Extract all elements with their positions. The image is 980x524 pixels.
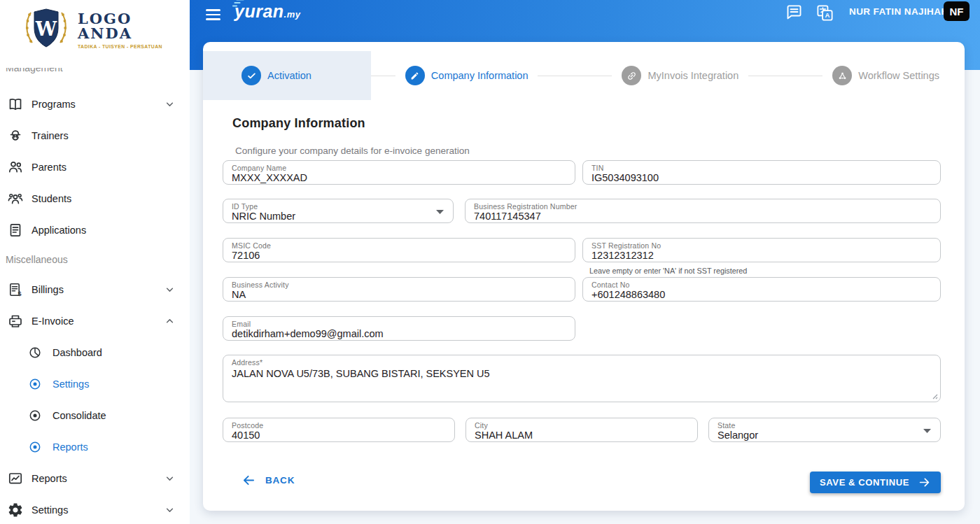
- dropdown-arrow-icon[interactable]: [923, 429, 931, 433]
- school-logo-emblem: W: [21, 6, 71, 52]
- msic-code-input[interactable]: MSIC Code 72106: [223, 238, 575, 262]
- page-title: Company Information: [232, 116, 365, 131]
- step-myinvois-integration[interactable]: MyInvois Integration: [622, 66, 738, 85]
- dropdown-arrow-icon[interactable]: [436, 210, 444, 214]
- document-icon: [7, 222, 24, 239]
- svg-text:$: $: [18, 290, 22, 297]
- page-subtitle: Configure your company details for e-inv…: [235, 146, 470, 156]
- logo-title-line1: LOGO: [78, 11, 162, 26]
- logo-title-line2: ANDA: [78, 26, 162, 41]
- einvoice-setup-card: Activation Company Information MyInvois …: [203, 42, 965, 511]
- menu-icon[interactable]: [201, 4, 225, 25]
- email-input[interactable]: Email detikdirham+demo99@gmail.com: [223, 316, 575, 341]
- sidebar-item-reports[interactable]: Reports: [0, 462, 190, 494]
- sidebar-item-einvoice-settings[interactable]: Settings: [0, 368, 190, 399]
- save-continue-button[interactable]: SAVE & CONTINUE: [810, 472, 941, 493]
- chevron-up-icon[interactable]: [164, 315, 176, 327]
- link-icon: [622, 66, 641, 85]
- gear-icon: [7, 502, 24, 518]
- chat-icon[interactable]: [785, 3, 804, 22]
- company-name-input[interactable]: Company Name MXXX_XXXXAD: [223, 160, 575, 185]
- sidebar: W LOGO ANDA TADIKA - TUISYEN - PERSATUAN…: [0, 0, 190, 524]
- city-input[interactable]: City SHAH ALAM: [465, 418, 698, 442]
- einvoice-printer-icon: [7, 313, 24, 330]
- sidebar-item-applications[interactable]: Applications: [0, 214, 190, 246]
- step-workflow-settings[interactable]: Workflow Settings: [832, 66, 939, 85]
- chevron-down-icon[interactable]: [164, 504, 176, 516]
- brand-speedlines-icon: [232, 0, 247, 8]
- workflow-hub-icon: [832, 66, 852, 85]
- sst-helper-text: Leave empty or enter 'NA' if not SST reg…: [589, 267, 747, 275]
- arrow-left-icon: [241, 473, 256, 488]
- chevron-down-icon[interactable]: [164, 98, 176, 110]
- radio-selected-icon: [28, 377, 42, 391]
- sidebar-item-programs[interactable]: Programs: [0, 88, 190, 120]
- radio-selected-icon: [28, 440, 42, 454]
- billing-invoice-icon: $: [7, 281, 24, 298]
- sidebar-item-einvoice[interactable]: E-Invoice: [0, 305, 190, 337]
- business-registration-number-input[interactable]: Business Registration Number 74011714534…: [465, 199, 941, 223]
- svg-text:A: A: [825, 11, 830, 19]
- sidebar-item-trainers[interactable]: Trainers: [0, 120, 190, 151]
- tin-input[interactable]: TIN IG5034093100: [582, 160, 941, 185]
- sidebar-item-students[interactable]: Students: [0, 183, 190, 214]
- app-brand-logo: yuran.my: [234, 1, 301, 22]
- contact-no-input[interactable]: Contact No +601248863480: [582, 277, 941, 302]
- book-icon: [7, 96, 24, 113]
- sidebar-item-einvoice-dashboard[interactable]: Dashboard: [0, 337, 190, 368]
- step-connector: [748, 76, 822, 76]
- step-connector: [538, 76, 612, 76]
- chevron-down-icon[interactable]: [164, 472, 176, 484]
- section-miscellaneous: Miscellaneous: [0, 246, 190, 274]
- trainer-icon: [7, 127, 24, 144]
- state-select[interactable]: State Selangor: [708, 418, 941, 442]
- radio-icon: [28, 409, 42, 423]
- sidebar-item-billings[interactable]: $ Billings: [0, 274, 190, 305]
- id-type-select[interactable]: ID Type NRIC Number: [223, 199, 454, 223]
- back-button[interactable]: BACK: [241, 473, 295, 488]
- logo-tagline: TADIKA - TUISYEN - PERSATUAN: [78, 44, 162, 49]
- address-textarea[interactable]: Address* JALAN NOVA U5/73B, SUBANG BISTA…: [223, 355, 941, 402]
- section-management-clipped: Management: [6, 68, 63, 74]
- resize-handle-icon[interactable]: [930, 392, 938, 399]
- sidebar-item-settings[interactable]: Settings: [0, 494, 190, 524]
- pencil-icon: [405, 66, 425, 85]
- sst-registration-no-input[interactable]: SST Registration No 12312312312: [582, 238, 941, 262]
- avatar[interactable]: NF: [944, 1, 969, 21]
- logo-monogram: W: [35, 18, 57, 40]
- parents-icon: [7, 159, 24, 176]
- arrow-right-icon: [918, 476, 931, 489]
- school-logo: W LOGO ANDA TADIKA - TUISYEN - PERSATUAN: [21, 6, 162, 52]
- setup-stepper: Activation Company Information MyInvois …: [203, 51, 965, 100]
- pie-chart-icon: [28, 346, 42, 360]
- step-activation[interactable]: Activation: [241, 66, 312, 85]
- sidebar-item-parents[interactable]: Parents: [0, 151, 190, 183]
- sidebar-item-einvoice-consolidate[interactable]: Consolidate: [0, 399, 190, 431]
- postcode-input[interactable]: Postcode 40150: [223, 418, 455, 442]
- check-icon: [241, 66, 261, 85]
- chart-report-icon: [7, 470, 24, 487]
- step-company-information[interactable]: Company Information: [405, 66, 528, 85]
- sidebar-nav: Programs Trainers Parents: [0, 88, 190, 524]
- chevron-down-icon[interactable]: [164, 283, 176, 295]
- business-activity-input[interactable]: Business Activity NA: [223, 277, 575, 302]
- students-icon: [7, 190, 24, 207]
- user-name[interactable]: NUR FATIN NAJIHAH: [849, 6, 948, 17]
- sidebar-item-einvoice-reports[interactable]: Reports: [0, 431, 190, 462]
- translate-icon[interactable]: A: [816, 3, 834, 22]
